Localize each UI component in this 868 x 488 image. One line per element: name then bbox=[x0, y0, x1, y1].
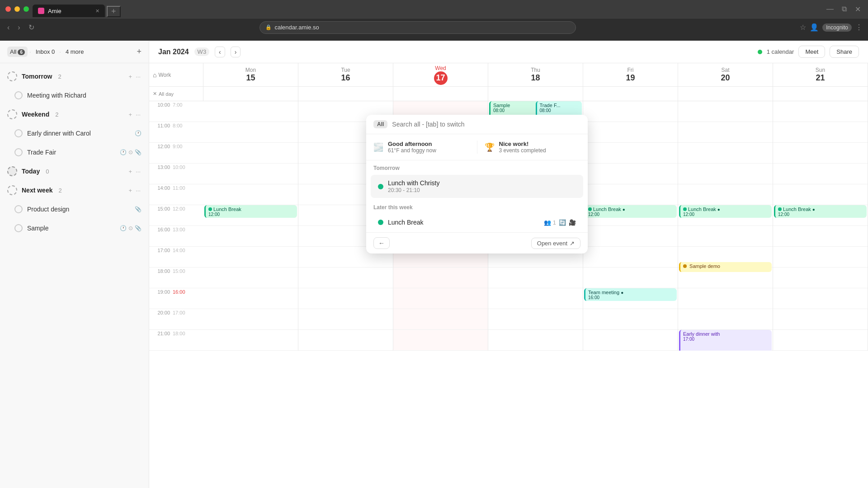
refresh-button[interactable]: ↻ bbox=[27, 21, 36, 33]
sidebar-item-today[interactable]: Today 0 + ··· bbox=[0, 162, 149, 181]
event-dot bbox=[588, 207, 592, 211]
popup-tomorrow-event[interactable]: Lunch with Christy 20:30 - 21:10 bbox=[371, 175, 583, 198]
popup-later-dot bbox=[378, 220, 383, 225]
time-slot-17: 17:00 14:00 bbox=[149, 247, 203, 267]
day-header-mon[interactable]: Mon 15 bbox=[203, 63, 298, 86]
trade-fair-clock-icon: 🕐 bbox=[120, 149, 127, 155]
day-header-wed[interactable]: Wed 17 bbox=[393, 63, 488, 86]
event-sat-early-dinner[interactable]: Early dinner with 17:00 bbox=[679, 330, 772, 351]
event-sat-lunch-break[interactable]: Lunch Break ● 12:00 bbox=[679, 205, 772, 218]
day-header-thu[interactable]: Thu 18 bbox=[488, 63, 583, 86]
list-item-product-design[interactable]: Product design 📎 bbox=[0, 200, 149, 219]
window-maximize-button[interactable] bbox=[24, 6, 29, 12]
calendar-header: Jan 2024 W3 ‹ › 1 calendar Meet Share bbox=[149, 41, 868, 63]
popup-search-bar: All bbox=[366, 115, 588, 134]
today-add-button[interactable]: + bbox=[128, 167, 133, 176]
event-sat-sample-demo[interactable]: Sample demo bbox=[679, 262, 772, 272]
sidebar-item-next-week[interactable]: Next week 2 + ··· bbox=[0, 181, 149, 200]
list-item-trade-fair[interactable]: Trade Fair 🕐 ⊙ 📎 bbox=[0, 143, 149, 162]
address-bar[interactable]: 🔒 calendar.amie.so bbox=[259, 21, 576, 34]
time-sub: 7:00 bbox=[173, 102, 182, 108]
sample-checkbox[interactable] bbox=[14, 224, 23, 232]
time-main: 14:00 bbox=[153, 185, 170, 191]
tab-close-button[interactable]: ✕ bbox=[95, 8, 99, 14]
day-num-tue: 16 bbox=[341, 73, 350, 83]
allday-close-icon[interactable]: ✕ bbox=[153, 91, 157, 97]
list-item-sample[interactable]: Sample 🕐 ⊙ 📎 bbox=[0, 219, 149, 238]
sidebar-add-button[interactable]: + bbox=[137, 47, 142, 56]
home-icon: ⌂ bbox=[153, 71, 156, 79]
back-button[interactable]: ‹ bbox=[5, 22, 11, 33]
weather-info: Good afternoon 61°F and foggy now bbox=[388, 141, 436, 154]
popup-tomorrow-label: Tomorrow bbox=[366, 160, 588, 173]
minimize-icon[interactable]: — bbox=[825, 3, 835, 15]
tab-title: Amie bbox=[48, 8, 61, 14]
popup-later-event[interactable]: Lunch Break 👥 1 🔄 🎥 bbox=[371, 214, 583, 230]
day-header-sun[interactable]: Sun 21 bbox=[773, 63, 868, 86]
tab-inbox[interactable]: Inbox 0 bbox=[33, 47, 58, 57]
window-close-button[interactable] bbox=[5, 6, 11, 12]
early-dinner-label: Early dinner with Carol bbox=[27, 130, 91, 137]
prev-week-button[interactable]: ‹ bbox=[215, 47, 225, 57]
tomorrow-more-button[interactable]: ··· bbox=[135, 72, 142, 81]
sidebar-tabs: All6 · Inbox 0 · 4 more bbox=[7, 47, 86, 57]
window-minimize-button[interactable] bbox=[14, 6, 20, 12]
popup-event-name: Lunch with Christy bbox=[388, 179, 439, 187]
day-header-sat[interactable]: Sat 20 bbox=[678, 63, 773, 86]
close-icon[interactable]: ✕ bbox=[853, 3, 863, 15]
calendar-count-label: 1 calendar bbox=[767, 48, 794, 55]
next-week-add-button[interactable]: + bbox=[128, 186, 133, 195]
bookmark-icon[interactable]: ☆ bbox=[800, 23, 806, 32]
early-dinner-checkbox[interactable] bbox=[14, 129, 23, 137]
next-week-more-button[interactable]: ··· bbox=[135, 186, 142, 195]
time-sub: 18:00 bbox=[173, 331, 185, 336]
list-item-meeting-richard[interactable]: Meeting with Richard bbox=[0, 86, 149, 105]
event-mon-lunch-break[interactable]: Lunch Break 12:00 bbox=[204, 205, 297, 218]
popup-later-event-name-wrap: Lunch Break bbox=[388, 219, 424, 226]
list-item-early-dinner[interactable]: Early dinner with Carol 🕐 bbox=[0, 124, 149, 143]
sidebar-item-weekend[interactable]: Weekend 2 + ··· bbox=[0, 105, 149, 124]
more-icon[interactable]: ⋮ bbox=[855, 23, 863, 32]
event-fri-lunch-break[interactable]: Lunch Break ● 12:00 bbox=[584, 205, 677, 218]
popup-all-badge[interactable]: All bbox=[373, 120, 387, 128]
repeat-icon: 🔄 bbox=[559, 219, 566, 226]
popup-open-event-button[interactable]: Open event ↗ bbox=[531, 238, 580, 249]
allday-text: All day bbox=[159, 91, 174, 97]
day-header-fri[interactable]: Fri 19 bbox=[583, 63, 678, 86]
tab-more[interactable]: 4 more bbox=[63, 47, 86, 57]
time-sub: 13:00 bbox=[173, 227, 185, 232]
time-slot-12: 12:00 9:00 bbox=[149, 143, 203, 164]
sample-attach-icon: 📎 bbox=[135, 225, 142, 231]
forward-button[interactable]: › bbox=[16, 22, 22, 33]
new-tab-button[interactable]: + bbox=[107, 6, 121, 17]
trade-fair-checkbox[interactable] bbox=[14, 148, 23, 156]
time-sub: 14:00 bbox=[173, 248, 185, 253]
time-main: 20:00 bbox=[153, 310, 170, 315]
event-fri-team-meeting[interactable]: Team meeting ● 16:00 bbox=[584, 288, 677, 301]
restore-icon[interactable]: ⧉ bbox=[840, 3, 849, 15]
sidebar-item-tomorrow[interactable]: Tomorrow 2 + ··· bbox=[0, 67, 149, 86]
calendar-right-actions: 1 calendar Meet Share bbox=[758, 46, 859, 58]
weekend-add-button[interactable]: + bbox=[128, 110, 133, 119]
tab-all[interactable]: All6 bbox=[7, 47, 28, 57]
time-slot-20: 20:00 17:00 bbox=[149, 309, 203, 330]
popup-back-button[interactable]: ← bbox=[373, 237, 390, 249]
allday-row: ✕ All day bbox=[149, 87, 868, 101]
weekend-more-button[interactable]: ··· bbox=[135, 110, 142, 119]
browser-tab-amie[interactable]: Amie ✕ bbox=[33, 5, 105, 17]
day-num-thu: 18 bbox=[531, 73, 540, 83]
product-design-checkbox[interactable] bbox=[14, 205, 23, 213]
next-week-button[interactable]: › bbox=[231, 47, 241, 57]
time-sub-red: 16:00 bbox=[173, 289, 185, 295]
popup-search-input[interactable] bbox=[392, 121, 580, 128]
share-button[interactable]: Share bbox=[830, 46, 859, 58]
popup-weather-card: 🌫️ Good afternoon 61°F and foggy now bbox=[373, 141, 470, 154]
sample-label: Sample bbox=[27, 225, 48, 232]
tomorrow-add-button[interactable]: + bbox=[128, 72, 133, 81]
meeting-richard-checkbox[interactable] bbox=[14, 91, 23, 99]
profile-icon[interactable]: 👤 bbox=[810, 23, 819, 32]
meet-button[interactable]: Meet bbox=[798, 46, 825, 58]
event-sun-lunch-break[interactable]: Lunch Break ● 12:00 bbox=[774, 205, 867, 218]
day-header-tue[interactable]: Tue 16 bbox=[298, 63, 393, 86]
today-more-button[interactable]: ··· bbox=[135, 167, 142, 176]
